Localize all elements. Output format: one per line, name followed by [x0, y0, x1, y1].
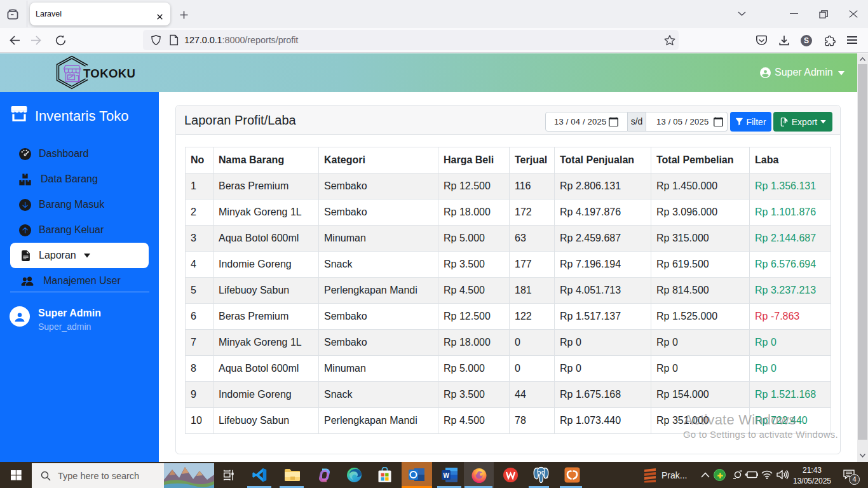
- svg-text:TOKOKU: TOKOKU: [83, 67, 135, 80]
- svg-text:W: W: [443, 472, 449, 479]
